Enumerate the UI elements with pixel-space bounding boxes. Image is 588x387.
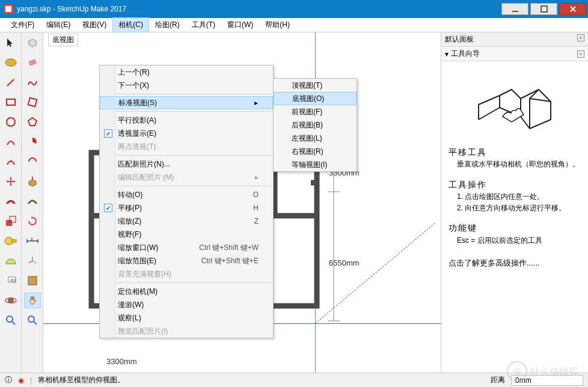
- menu-zoom-window[interactable]: 缩放窗口(W)Ctrl 键+Shift 键+W: [100, 241, 273, 254]
- pie-tool[interactable]: [24, 134, 41, 150]
- side-panel: 默认面板 × ▾ 工具向导 × 平移工具 垂直或水平移动相机（即您的视角）。 工…: [441, 32, 588, 373]
- minimize-button[interactable]: [501, 3, 528, 15]
- scale-tool[interactable]: [2, 213, 19, 229]
- svg-rect-18: [28, 98, 37, 107]
- zoom-tool[interactable]: [2, 312, 19, 328]
- op-step-2: 2. 向任意方向移动光标进行平移。: [457, 203, 581, 214]
- panel-close-icon[interactable]: ×: [577, 34, 584, 41]
- tool-illustration: [449, 69, 581, 141]
- view-back[interactable]: 后视图(B): [274, 118, 357, 132]
- status-help-icon[interactable]: ⓘ: [5, 375, 12, 385]
- panel-header: 默认面板 ×: [441, 32, 588, 47]
- menu-camera[interactable]: 相机(C): [112, 17, 149, 32]
- title-bar: yangzi.skp - SketchUp Make 2017: [0, 0, 588, 18]
- freehand-tool[interactable]: [24, 75, 41, 90]
- move-tool[interactable]: [2, 174, 19, 189]
- svg-rect-11: [12, 240, 16, 242]
- menu-help[interactable]: 帮助(H): [259, 17, 296, 32]
- svg-marker-19: [28, 118, 37, 126]
- eraser-tool[interactable]: [24, 55, 41, 70]
- menu-perspective[interactable]: ✔透视显示(E): [100, 127, 273, 140]
- paint-tool[interactable]: [2, 55, 19, 70]
- menu-zoom-extents[interactable]: 缩放范围(E)Ctrl 键+Shift 键+E: [100, 254, 273, 267]
- rotate-tool[interactable]: [24, 213, 41, 229]
- text-tool[interactable]: A1: [2, 273, 19, 288]
- view-label: 底视图: [48, 34, 78, 46]
- panel-subheader[interactable]: ▾ 工具向导 ×: [441, 47, 588, 61]
- status-bar: ⓘ ◉ | 将相机移至模型的仰视图。 距离 0mm: [0, 373, 588, 387]
- svg-rect-1: [5, 6, 11, 12]
- menu-look[interactable]: 观察(L): [100, 311, 273, 325]
- svg-text:值: 值: [513, 367, 522, 377]
- panel-sub-close-icon[interactable]: ×: [577, 50, 584, 58]
- menu-standard-views[interactable]: 标准视图(S)▸: [100, 96, 273, 109]
- dimension-3: 3300mm: [106, 357, 137, 366]
- dimension-tool[interactable]: 3: [24, 233, 41, 249]
- protractor-tool[interactable]: [2, 253, 19, 269]
- menu-pan[interactable]: ✔平移(P)H: [100, 201, 273, 215]
- maximize-button[interactable]: [530, 3, 557, 15]
- view-left[interactable]: 左视图(L): [274, 132, 357, 145]
- menu-orbit[interactable]: 转动(O)O: [100, 188, 273, 201]
- circle-tool[interactable]: [2, 114, 19, 130]
- menu-fov[interactable]: 视野(F): [100, 228, 273, 241]
- menu-zoom-bg: 背景充满视窗(H): [100, 267, 273, 281]
- menu-edit[interactable]: 编辑(E): [40, 17, 76, 32]
- menu-position-camera[interactable]: 定位相机(M): [100, 285, 273, 298]
- svg-text:3: 3: [31, 237, 33, 241]
- menu-window[interactable]: 窗口(W): [221, 17, 259, 32]
- axes-tool[interactable]: [24, 253, 41, 269]
- svg-point-16: [7, 316, 13, 322]
- svg-text:什么值得买: 什么值得买: [530, 367, 578, 377]
- view-top[interactable]: 顶视图(T): [274, 79, 357, 92]
- status-user-icon[interactable]: ◉: [18, 376, 24, 385]
- rotated-rect-tool[interactable]: [24, 94, 41, 110]
- window-title: yangzi.skp - SketchUp Make 2017: [17, 5, 501, 13]
- status-message: 将相机移至模型的仰视图。: [38, 375, 485, 385]
- menu-draw[interactable]: 绘图(R): [149, 17, 186, 32]
- close-button[interactable]: [559, 3, 586, 15]
- menu-parallel[interactable]: 平行投影(A): [100, 114, 273, 127]
- menu-match-photo[interactable]: 匹配新照片(N)...: [100, 157, 273, 171]
- pan-tool[interactable]: [24, 293, 41, 308]
- tool-column-1: A1: [0, 32, 22, 373]
- component-tool[interactable]: [24, 35, 41, 50]
- menu-next[interactable]: 下一个(X): [100, 79, 273, 92]
- orbit-tool[interactable]: [2, 293, 19, 308]
- tool-column-2: 3: [22, 32, 43, 373]
- check-icon: ✔: [104, 204, 112, 212]
- view-front[interactable]: 前视图(F): [274, 105, 357, 118]
- menu-prev[interactable]: 上一个(R): [100, 66, 273, 79]
- svg-rect-8: [6, 220, 12, 226]
- zoom-extents-tool[interactable]: [24, 312, 41, 328]
- offset-tool[interactable]: [2, 194, 19, 209]
- polygon-tool[interactable]: [24, 114, 41, 130]
- select-tool[interactable]: [2, 35, 19, 50]
- menu-zoom[interactable]: 缩放(Z)Z: [100, 215, 273, 228]
- section-tool[interactable]: [24, 273, 41, 288]
- menu-file[interactable]: 文件(F): [5, 17, 40, 32]
- menu-view[interactable]: 视图(V): [76, 17, 112, 32]
- svg-rect-2: [512, 11, 518, 12]
- tool-title: 平移工具: [449, 145, 581, 159]
- op-heading: 工具操作: [449, 178, 581, 191]
- svg-rect-5: [7, 99, 15, 105]
- rectangle-tool[interactable]: [2, 94, 19, 110]
- more-link[interactable]: 点击了解更多高级操作......: [449, 257, 581, 270]
- view-bottom[interactable]: 底视图(O): [274, 92, 357, 105]
- view-right[interactable]: 右视图(R): [274, 145, 357, 158]
- arc2-tool[interactable]: [2, 154, 19, 169]
- distance-label: 距离: [491, 375, 505, 385]
- followme-tool[interactable]: [24, 194, 41, 209]
- tape-tool[interactable]: [2, 233, 19, 249]
- views-submenu: 顶视图(T) 底视图(O) 前视图(F) 后视图(B) 左视图(L) 右视图(R…: [273, 78, 357, 172]
- view-iso[interactable]: 等轴视图(I): [274, 158, 357, 171]
- menu-walk[interactable]: 漫游(W): [100, 298, 273, 311]
- pushpull-tool[interactable]: [24, 174, 41, 189]
- arc3-tool[interactable]: [24, 154, 41, 169]
- svg-text:A1: A1: [10, 278, 16, 283]
- line-tool[interactable]: [2, 75, 19, 90]
- menu-twopoint: 两点透视(T): [100, 140, 273, 153]
- menu-tools[interactable]: 工具(T): [186, 17, 221, 32]
- arc-tool[interactable]: [2, 134, 19, 150]
